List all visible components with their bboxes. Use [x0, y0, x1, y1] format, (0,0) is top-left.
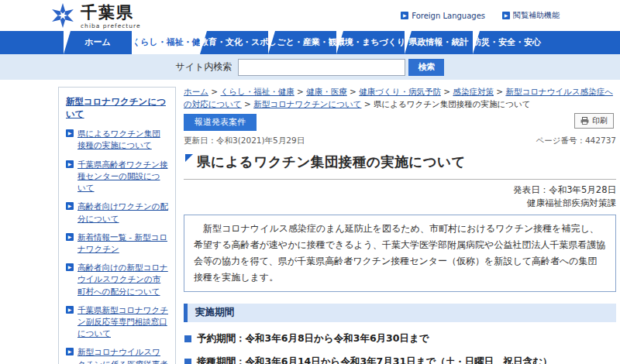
page-number: ページ番号：442737	[536, 136, 616, 146]
announce-date: 発表日：令和3年5月28日	[184, 184, 616, 197]
nav-tab-防災・安全・安心[interactable]: 防災・安全・安心	[473, 31, 541, 54]
breadcrumb-separator: >	[242, 99, 253, 108]
breadcrumb-link[interactable]: ホーム	[184, 87, 208, 96]
breadcrumb-current: 県によるワクチン集団接種の実施について	[374, 99, 530, 108]
button-row: 報道発表案件 印刷	[184, 113, 616, 130]
updated-date: 更新日：令和3(2021)年5月29日	[184, 136, 305, 146]
nav-tab-しごと・産業・観光[interactable]: しごと・産業・観光	[268, 31, 336, 54]
sidebar-item[interactable]: ▶県によるワクチン集団接種の実施について	[66, 128, 168, 151]
announce-block: 発表日：令和3年5月28日 健康福祉部疾病対策課	[184, 184, 616, 211]
header-link-label: 閲覧補助機能	[513, 10, 560, 21]
search-label: サイト内検索	[176, 60, 232, 74]
sidebar-item[interactable]: ▶新型コロナウイルスワクチンに係る医療従事者等向け優先接種の開始について	[66, 346, 168, 364]
article-body: 実施期間予約期間：令和3年6月8日から令和3年6月30日まで接種期間：令和3年6…	[184, 304, 616, 364]
department: 健康福祉部疾病対策課	[184, 197, 616, 210]
nav-tab-県政情報・統計[interactable]: 県政情報・統計	[405, 31, 473, 54]
arrow-icon: ▶	[401, 12, 408, 19]
arrow-icon: ▶	[66, 306, 74, 314]
breadcrumb-separator: >	[347, 87, 359, 96]
chiba-star-icon	[50, 2, 76, 29]
section-heading: 実施期間	[184, 304, 616, 322]
sidebar-item-label: 高齢者向けワクチンの配分について	[78, 201, 168, 224]
meta-row: 更新日：令和3(2021)年5月29日 ページ番号：442737	[184, 136, 616, 146]
arrow-icon: ▶	[66, 233, 74, 241]
sidebar-item-label: 千葉県高齢者ワクチン接種センターの開設について	[78, 159, 168, 194]
header-utility-links: ▶Foreign Languages▶閲覧補助機能	[401, 10, 560, 21]
site-logo-subtitle: chiba prefecture	[81, 22, 141, 29]
breadcrumb-separator: >	[294, 87, 306, 96]
site-logo-title: 千葉県	[81, 2, 141, 22]
sidebar-item-label: 千葉県新型コロナワクチン副反応等専門相談窓口について	[78, 304, 168, 340]
print-button-label: 印刷	[592, 115, 608, 126]
search-input[interactable]	[238, 59, 405, 76]
main-content: ホーム > くらし・福祉・健康 > 健康・医療 > 健康づくり・病気予防 > 感…	[184, 85, 616, 364]
printer-icon	[580, 117, 589, 125]
sidebar-item-label: 県によるワクチン集団接種の実施について	[78, 128, 168, 151]
breadcrumb-link[interactable]: くらし・福祉・健康	[220, 87, 294, 96]
nav-spacer	[0, 31, 64, 54]
prefecture-logo[interactable]: 千葉県 chiba prefecture	[50, 2, 141, 29]
nav-tab-教育・文化・スポーツ[interactable]: 教育・文化・スポーツ	[200, 31, 268, 54]
sidebar-item-label: 新着情報一覧 - 新型コロナワクチン	[78, 232, 168, 255]
breadcrumb-link[interactable]: 感染症対策	[453, 87, 494, 96]
sidebar-item[interactable]: ▶高齢者向けの新型コロナウイルスワクチンの市町村への配分について	[66, 262, 168, 297]
search-button[interactable]: 検索	[408, 59, 444, 76]
press-release-button[interactable]: 報道発表案件	[184, 114, 257, 131]
arrow-icon: ▶	[502, 12, 510, 19]
bullet-item: 接種期間：令和3年6月14日から令和3年7月31日まで（土・日曜日、祝日含む）	[184, 355, 616, 364]
bullet-item: 予約期間：令和3年6月8日から令和3年6月30日まで	[184, 332, 616, 345]
header-link-label: Foreign Languages	[412, 12, 485, 20]
sidebar-item[interactable]: ▶千葉県高齢者ワクチン接種センターの開設について	[66, 159, 168, 194]
arrow-icon: ▶	[66, 202, 74, 210]
sidebar-item-list: ▶県によるワクチン集団接種の実施について▶千葉県高齢者ワクチン接種センターの開設…	[66, 128, 168, 364]
print-button[interactable]: 印刷	[574, 113, 614, 129]
sidebar-item[interactable]: ▶高齢者向けワクチンの配分について	[66, 201, 168, 224]
summary-box: 新型コロナウイルス感染症のまん延防止を図るため、市町村におけるワクチン接種を補完…	[184, 215, 616, 292]
sidebar-covid-vaccine: 新型コロナワクチンについて ▶県によるワクチン集団接種の実施について▶千葉県高齢…	[58, 87, 176, 364]
breadcrumb-separator: >	[494, 87, 505, 96]
sidebar-item-label: 新型コロナウイルスワクチンに係る医療従事者等向け優先接種の開始について	[78, 346, 168, 364]
breadcrumb: ホーム > くらし・福祉・健康 > 健康・医療 > 健康づくり・病気予防 > 感…	[184, 85, 616, 111]
main-nav: ホームくらし・福祉・健康教育・文化・スポーツしごと・産業・観光環境・まちづくり県…	[0, 31, 620, 54]
arrow-icon: ▶	[66, 348, 74, 355]
breadcrumb-link[interactable]: 新型コロナワクチンについて	[253, 99, 361, 108]
header-link-0[interactable]: ▶Foreign Languages	[401, 10, 485, 21]
arrow-icon: ▶	[66, 129, 74, 137]
sidebar-item-label: 高齢者向けの新型コロナウイルスワクチンの市町村への配分について	[78, 262, 168, 297]
sidebar-item[interactable]: ▶新着情報一覧 - 新型コロナワクチン	[66, 232, 168, 255]
site-header: 千葉県 chiba prefecture ▶Foreign Languages▶…	[0, 0, 620, 31]
nav-tab-ホーム[interactable]: ホーム	[64, 31, 132, 54]
page-title: 県によるワクチン集団接種の実施について	[184, 152, 616, 180]
breadcrumb-separator: >	[441, 87, 453, 96]
sidebar-item[interactable]: ▶千葉県新型コロナワクチン副反応等専門相談窓口について	[66, 304, 168, 340]
site-search-bar: サイト内検索 検索	[0, 54, 620, 80]
nav-tab-くらし・福祉・健康[interactable]: くらし・福祉・健康	[132, 31, 200, 54]
header-link-1[interactable]: ▶閲覧補助機能	[502, 10, 560, 21]
breadcrumb-link[interactable]: 健康・医療	[306, 87, 347, 96]
breadcrumb-separator: >	[208, 87, 220, 96]
nav-tab-環境・まちづくり[interactable]: 環境・まちづくり	[336, 31, 405, 54]
arrow-icon: ▶	[66, 263, 74, 271]
arrow-icon: ▶	[66, 160, 74, 168]
sidebar-title-link[interactable]: 新型コロナワクチンについて	[66, 95, 168, 120]
breadcrumb-link[interactable]: 健康づくり・病気予防	[359, 87, 441, 96]
breadcrumb-separator: >	[361, 99, 373, 108]
